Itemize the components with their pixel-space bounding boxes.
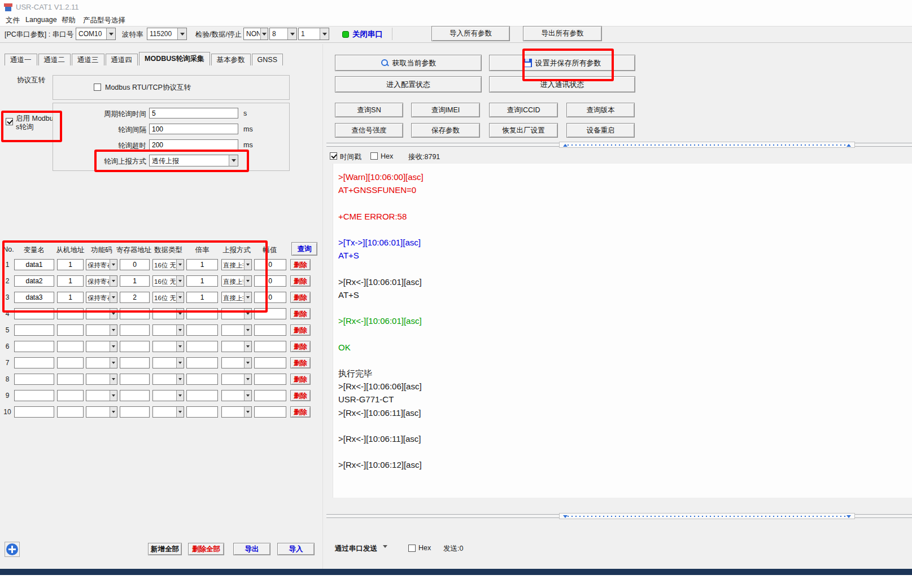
data-bits-select[interactable]: 8	[269, 28, 297, 40]
import-all-params-button[interactable]: 导入所有参数	[431, 26, 510, 41]
function-code-select[interactable]	[86, 357, 117, 368]
function-code-select[interactable]: 保持寄存器	[86, 292, 117, 303]
rate-input[interactable]	[186, 275, 218, 287]
delete-all-button[interactable]: 删除全部	[188, 543, 224, 555]
tab-channel-1[interactable]: 通道一	[5, 54, 37, 65]
data-type-select[interactable]	[152, 357, 184, 368]
report-mode-select[interactable]	[221, 341, 252, 352]
enter-config-mode-button[interactable]: 进入配置状态	[335, 76, 482, 93]
tab-channel-3[interactable]: 通道三	[72, 54, 104, 65]
log-splitter-handle[interactable]	[559, 142, 855, 148]
report-mode-select[interactable]	[221, 324, 252, 336]
function-code-select[interactable]: 保持寄存器	[86, 275, 117, 287]
data-type-select[interactable]	[152, 406, 184, 418]
rate-input[interactable]	[186, 374, 218, 385]
delete-row-button[interactable]: 删除	[290, 292, 311, 303]
delete-row-button[interactable]: 删除	[290, 308, 311, 319]
get-current-params-button[interactable]: 获取当前参数	[335, 55, 482, 71]
send-via-serial-dropdown[interactable]: 通过串口发送	[335, 544, 377, 554]
modbus-rtu-tcp-checkbox[interactable]	[94, 84, 101, 91]
slave-address-input[interactable]	[57, 275, 84, 287]
variable-name-input[interactable]	[14, 259, 54, 270]
function-code-select[interactable]	[86, 406, 117, 418]
menu-language[interactable]: Language	[25, 16, 57, 24]
value-input[interactable]	[254, 406, 286, 418]
variable-name-input[interactable]	[14, 374, 54, 385]
menu-file[interactable]: 文件	[6, 16, 20, 25]
delete-row-button[interactable]: 删除	[290, 275, 311, 287]
report-mode-select[interactable]	[221, 308, 252, 319]
value-input[interactable]	[254, 308, 286, 319]
data-type-select[interactable]	[152, 308, 184, 319]
query-version-button[interactable]: 查询版本	[566, 103, 635, 117]
variable-name-input[interactable]	[14, 275, 54, 287]
register-address-input[interactable]	[120, 374, 150, 385]
report-mode-select[interactable]: 直接上报	[221, 259, 252, 270]
query-imei-button[interactable]: 查询IMEI	[411, 103, 480, 117]
query-sn-button[interactable]: 查询SN	[335, 103, 403, 117]
query-button[interactable]: 查询	[291, 242, 317, 256]
function-code-select[interactable]: 保持寄存器	[86, 259, 117, 270]
poll-period-input[interactable]	[149, 108, 238, 119]
import-button[interactable]: 导入	[277, 543, 315, 555]
variable-name-input[interactable]	[14, 357, 54, 368]
data-type-select[interactable]	[152, 341, 184, 352]
data-type-select[interactable]	[152, 324, 184, 336]
data-type-select[interactable]: 16位 无符号	[152, 275, 184, 287]
rate-input[interactable]	[186, 341, 218, 352]
delete-row-button[interactable]: 删除	[290, 357, 311, 368]
slave-address-input[interactable]	[57, 341, 84, 352]
recv-hex-checkbox[interactable]	[370, 152, 378, 160]
delete-row-button[interactable]: 删除	[290, 259, 311, 270]
function-code-select[interactable]	[86, 390, 117, 401]
value-input[interactable]	[254, 341, 286, 352]
function-code-select[interactable]	[86, 308, 117, 319]
enable-modbus-checkbox[interactable]	[6, 118, 13, 125]
variable-name-input[interactable]	[14, 308, 54, 319]
slave-address-input[interactable]	[57, 308, 84, 319]
query-iccid-button[interactable]: 查询ICCID	[489, 103, 558, 117]
tab-modbus-polling[interactable]: MODBUS轮询采集	[139, 52, 210, 65]
value-input[interactable]	[254, 275, 286, 287]
log-scrollbar[interactable]	[326, 164, 333, 498]
value-input[interactable]	[254, 324, 286, 336]
delete-row-button[interactable]: 删除	[290, 406, 311, 418]
poll-interval-input[interactable]	[149, 124, 238, 134]
parity-select[interactable]: NONI	[243, 28, 268, 40]
report-mode-select[interactable]: 直接上报	[221, 292, 252, 303]
menu-product-model[interactable]: 产品型号选择	[83, 16, 125, 25]
function-code-select[interactable]	[86, 374, 117, 385]
value-input[interactable]	[254, 292, 286, 303]
data-type-select[interactable]: 16位 无符号	[152, 259, 184, 270]
report-mode-select[interactable]: 透传上报	[149, 155, 238, 166]
set-save-all-params-button[interactable]: 设置并保存所有参数	[489, 55, 635, 71]
value-input[interactable]	[254, 259, 286, 270]
add-row-button[interactable]	[5, 542, 20, 557]
com-port-select[interactable]: COM10	[76, 28, 116, 40]
rate-input[interactable]	[186, 324, 218, 336]
tab-basic-params[interactable]: 基本参数	[211, 54, 251, 65]
add-all-button[interactable]: 新增全部	[148, 543, 182, 555]
report-mode-select[interactable]	[221, 406, 252, 418]
rate-input[interactable]	[186, 406, 218, 418]
data-type-select[interactable]: 16位 无符号	[152, 292, 184, 303]
slave-address-input[interactable]	[57, 357, 84, 368]
report-mode-select[interactable]	[221, 390, 252, 401]
send-hex-checkbox[interactable]	[408, 545, 416, 552]
device-restart-button[interactable]: 设备重启	[566, 123, 635, 138]
rate-input[interactable]	[186, 292, 218, 303]
function-code-select[interactable]	[86, 324, 117, 336]
variable-name-input[interactable]	[14, 324, 54, 336]
register-address-input[interactable]	[120, 390, 150, 401]
export-button[interactable]: 导出	[233, 543, 270, 555]
variable-name-input[interactable]	[14, 341, 54, 352]
function-code-select[interactable]	[86, 341, 117, 352]
slave-address-input[interactable]	[57, 259, 84, 270]
tab-channel-4[interactable]: 通道四	[106, 54, 138, 65]
value-input[interactable]	[254, 357, 286, 368]
stop-bits-select[interactable]: 1	[298, 28, 329, 40]
value-input[interactable]	[254, 390, 286, 401]
data-type-select[interactable]	[152, 390, 184, 401]
slave-address-input[interactable]	[57, 292, 84, 303]
register-address-input[interactable]	[120, 341, 150, 352]
